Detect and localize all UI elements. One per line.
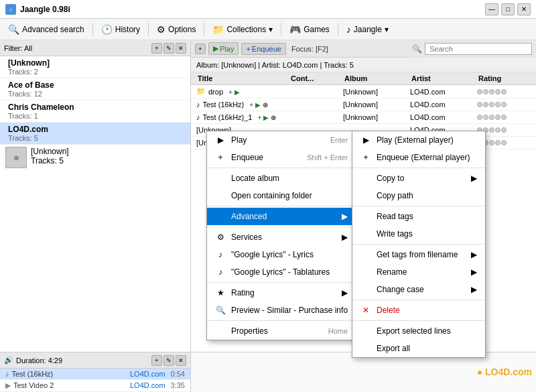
- queue-item-2[interactable]: ▶ Test Video 2 LO4D.com 3:35: [0, 380, 190, 392]
- ctx-preview-label: Preview - Similar - Purchase info: [231, 306, 348, 315]
- app-icon: ♪: [5, 4, 16, 15]
- ctx-preview[interactable]: 🔍 Preview - Similar - Purchase info: [207, 302, 356, 319]
- ctx-tabs-label: "Google Lyrics" - Tablatures: [231, 267, 330, 277]
- artist-item-chrischameleon[interactable]: Chris Chameleon Tracks: 1: [0, 101, 190, 123]
- sub-delete[interactable]: ✕ Delete: [352, 302, 485, 319]
- queue-close-btn[interactable]: ✕: [176, 355, 186, 366]
- enqueue-button[interactable]: + Enqueue: [241, 43, 285, 55]
- track-add-icon[interactable]: +: [249, 101, 253, 109]
- close-button[interactable]: ✕: [517, 3, 531, 15]
- menu-bar: 🔍 Advanced search 🕐 History ⚙ Options 📁 …: [0, 19, 536, 40]
- track-add-icon[interactable]: +: [257, 114, 261, 121]
- track-actions: + ▶ ⊕: [257, 113, 276, 121]
- sub-rename[interactable]: Rename ▶: [352, 263, 485, 281]
- ctx-play-icon: ▶: [215, 135, 226, 145]
- track-row-test16khz[interactable]: ♪ Test (16kHz) + ▶ ⊕ [Unknown] LO4D.com: [191, 99, 536, 111]
- title-bar: ♪ Jaangle 0.98i — □ ✕: [0, 0, 536, 19]
- menu-advanced-search[interactable]: 🔍 Advanced search: [3, 21, 90, 38]
- col-cont: Cont...: [289, 74, 343, 82]
- track-add-icon[interactable]: +: [228, 88, 232, 96]
- menu-games[interactable]: 🎮 Games: [284, 21, 335, 38]
- track-play-icon[interactable]: ▶: [234, 88, 240, 96]
- ctx-advanced[interactable]: Advanced ▶: [207, 208, 356, 225]
- ctx-services-arrow: ▶: [342, 233, 348, 242]
- ctx-open-folder[interactable]: Open containing folder: [207, 187, 356, 204]
- track-play-icon[interactable]: ▶: [255, 101, 261, 109]
- artist-item-lo4d[interactable]: LO4D.com Tracks: 5: [0, 123, 190, 145]
- track-row-drop[interactable]: 📁 drop + ▶ [Unknown] LO4D.com: [191, 85, 536, 99]
- queue-item-artist: LO4D.com: [130, 381, 165, 390]
- ctx-locate-label: Locate album: [231, 174, 279, 183]
- ctx-sep-2: [207, 206, 356, 206]
- queue-duration: Duration: 4:29: [16, 356, 62, 365]
- track-play-icon[interactable]: ▶: [263, 114, 269, 121]
- ctx-rating[interactable]: ★ Rating ▶: [207, 284, 356, 302]
- queue-add-btn[interactable]: +: [151, 355, 162, 366]
- artist-tracks: Tracks: 5: [31, 156, 69, 166]
- menu-options[interactable]: ⚙ Options: [151, 21, 201, 38]
- ctx-google-tabs[interactable]: ♪ "Google Lyrics" - Tablatures: [207, 263, 356, 281]
- sub-copy-path[interactable]: Copy path: [352, 187, 485, 204]
- sub-change-case[interactable]: Change case ▶: [352, 281, 485, 298]
- sub-copy-to[interactable]: Copy to ▶: [352, 170, 485, 187]
- ctx-properties[interactable]: Properties Home: [207, 322, 356, 340]
- queue-item-duration: 0:54: [171, 370, 185, 378]
- sub-export-all[interactable]: Export all: [352, 340, 485, 357]
- menu-collections[interactable]: 📁 Collections ▾: [207, 21, 278, 38]
- ctx-advanced-arrow: ▶: [342, 212, 348, 221]
- right-panel-btn[interactable]: +: [195, 44, 206, 54]
- sub-export-selected[interactable]: Export selected lines: [352, 322, 485, 340]
- sub-play-external[interactable]: ▶ Play (External player): [352, 131, 485, 149]
- ctx-props-shortcut: Home: [328, 327, 348, 335]
- ctx-google-lyrics[interactable]: ♪ "Google Lyrics" - Lyrics: [207, 246, 356, 263]
- minimize-button[interactable]: —: [485, 3, 498, 15]
- track-dl-icon[interactable]: ⊕: [271, 114, 276, 121]
- menu-separator-5: [338, 23, 338, 36]
- artist-thumb: ◎: [5, 147, 27, 168]
- sub-readtags-icon: [360, 211, 371, 222]
- sub-read-tags[interactable]: Read tags: [352, 208, 485, 225]
- ctx-services-label: Services: [231, 233, 262, 242]
- menu-history[interactable]: 🕐 History: [96, 21, 145, 38]
- album-info-text: Album: [Unknown] | Artist: LO4D.com | Tr…: [196, 61, 354, 69]
- sub-exportsel-label: Export selected lines: [377, 326, 451, 336]
- left-panel-close-btn[interactable]: ✕: [176, 43, 186, 54]
- maximize-button[interactable]: □: [501, 3, 515, 15]
- ctx-locate-album[interactable]: Locate album: [207, 170, 356, 187]
- ctx-enqueue[interactable]: + Enqueue Shift + Enter: [207, 149, 356, 166]
- sub-copy-label: Copy to: [377, 174, 404, 183]
- menu-jaangle[interactable]: ♪ Jaangle ▾: [341, 21, 394, 38]
- ctx-play[interactable]: ▶ Play Enter: [207, 131, 356, 149]
- queue-controls: + ✎ ✕: [151, 355, 186, 366]
- sub-write-tags[interactable]: Write tags: [352, 225, 485, 243]
- search-input[interactable]: [425, 43, 532, 55]
- sub-sep-1: [352, 168, 485, 168]
- left-panel-add-btn[interactable]: +: [151, 43, 162, 54]
- watermark: ● LO4D.com: [477, 367, 532, 377]
- track-dl-icon[interactable]: ⊕: [263, 101, 268, 109]
- artist-tracks: Tracks: 5: [8, 134, 185, 142]
- play-button[interactable]: ▶ Play: [208, 42, 239, 55]
- sub-get-tags-filename[interactable]: Get tags from filename ▶: [352, 246, 485, 263]
- collections-icon: 📁: [212, 24, 224, 35]
- artist-item-unknown1[interactable]: [Unknown] Tracks: 2: [0, 56, 190, 78]
- queue-icon: 🔊: [4, 356, 13, 365]
- ctx-services[interactable]: ⚙ Services ▶: [207, 228, 356, 246]
- sub-gettags-icon: [360, 249, 371, 260]
- left-panel-header: Filter: All + ✎ ✕: [0, 40, 190, 56]
- queue-list: ♪ Test (16kHz) LO4D.com 0:54 ▶ Test Vide…: [0, 369, 190, 392]
- sub-exportall-label: Export all: [377, 344, 410, 353]
- left-panel-edit-btn[interactable]: ✎: [163, 43, 174, 54]
- track-row-test16khz1[interactable]: ♪ Test (16kHz)_1 + ▶ ⊕ [Unknown] LO4D.co…: [191, 111, 536, 124]
- jaangle-arrow: ▾: [385, 25, 389, 34]
- collections-arrow: ▾: [269, 25, 273, 34]
- sub-copy-arrow: ▶: [471, 174, 477, 183]
- track-artist: LO4D.com: [410, 101, 477, 109]
- track-actions: + ▶ ⊕: [249, 101, 268, 109]
- artist-item-aceofbase[interactable]: Ace of Base Tracks: 12: [0, 78, 190, 101]
- artist-item-unknown2[interactable]: ◎ [Unknown] Tracks: 5: [0, 145, 190, 170]
- menu-separator-4: [281, 23, 281, 36]
- queue-edit-btn[interactable]: ✎: [163, 355, 174, 366]
- sub-enqueue-external[interactable]: + Enqueue (External player): [352, 149, 485, 166]
- queue-item-1[interactable]: ♪ Test (16kHz) LO4D.com 0:54: [0, 369, 190, 380]
